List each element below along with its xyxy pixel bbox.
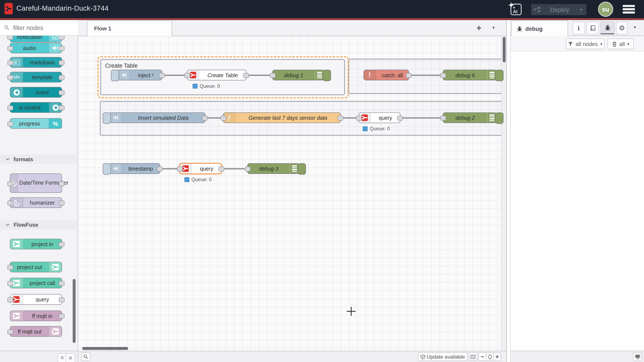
- palette-search[interactable]: [0, 20, 78, 35]
- palette-node-ui-control[interactable]: ui control: [10, 102, 62, 113]
- node-inject-1[interactable]: inject ¹: [118, 70, 162, 80]
- input-port[interactable]: [245, 167, 250, 172]
- flow-canvas[interactable]: Create Table inject ¹ Create Table: [78, 36, 506, 351]
- flow-list-caret-icon[interactable]: ▾: [492, 25, 495, 30]
- palette-node-project-call[interactable]: project call: [10, 278, 62, 288]
- add-flow-button[interactable]: +: [476, 23, 482, 33]
- input-port[interactable]: [8, 60, 13, 65]
- node-debug-6[interactable]: debug 6: [443, 70, 497, 80]
- inject-button[interactable]: [103, 112, 111, 124]
- palette-node-humanizer[interactable]: humanizer: [10, 197, 62, 208]
- input-port[interactable]: [221, 116, 226, 121]
- palette-scroll-area[interactable]: notification audio M↓ markdown </> templ…: [0, 36, 78, 351]
- palette-node-progress[interactable]: progress %: [10, 118, 62, 129]
- search-input[interactable]: [12, 24, 72, 32]
- sidebar-tab-info[interactable]: i: [572, 22, 585, 34]
- debug-toggle-button[interactable]: [298, 163, 306, 175]
- node-generate-sensor-data[interactable]: ƒ Generate last 7 days sensor data: [223, 112, 341, 123]
- output-port[interactable]: [59, 200, 64, 205]
- node-debug-2[interactable]: debug 2: [443, 112, 497, 123]
- zoom-reset-button[interactable]: [486, 353, 494, 361]
- sidebar-menu-caret-icon[interactable]: ▾: [634, 25, 636, 30]
- inject-button[interactable]: [111, 70, 119, 81]
- canvas-vscrollbar-thumb[interactable]: [503, 37, 506, 62]
- output-port[interactable]: [59, 36, 64, 40]
- output-port[interactable]: [202, 116, 208, 121]
- input-port[interactable]: [8, 46, 13, 51]
- wire[interactable]: [162, 75, 188, 76]
- output-port[interactable]: [59, 106, 64, 110]
- canvas-vscrollbar[interactable]: [501, 36, 506, 351]
- output-port[interactable]: [59, 60, 64, 65]
- palette-node-query[interactable]: query: [10, 294, 62, 305]
- output-port[interactable]: [59, 297, 64, 302]
- output-port[interactable]: [59, 46, 64, 51]
- node-timestamp[interactable]: timestamp: [109, 163, 160, 174]
- palette-scrollbar[interactable]: [72, 279, 76, 343]
- zoom-out-button[interactable]: −: [478, 353, 486, 361]
- wire[interactable]: [400, 117, 444, 119]
- debug-toggle-button[interactable]: [495, 70, 504, 81]
- input-port[interactable]: [440, 73, 446, 78]
- palette-node-notification[interactable]: notification: [10, 36, 62, 42]
- debug-toggle-button[interactable]: [495, 112, 504, 124]
- output-port[interactable]: [59, 281, 64, 286]
- palette-node-ff-mqtt-out[interactable]: ff mqtt out: [10, 326, 62, 337]
- expand-sidebar-button[interactable]: [633, 353, 642, 361]
- palette-node-project-out[interactable]: project out: [10, 262, 62, 272]
- sidebar-resize-gutter[interactable]: [506, 20, 510, 362]
- sidebar-tab-debug[interactable]: debug: [511, 20, 568, 36]
- user-avatar[interactable]: su: [598, 2, 613, 17]
- output-port[interactable]: [218, 167, 224, 172]
- input-port[interactable]: [8, 106, 13, 110]
- output-port[interactable]: [59, 75, 64, 80]
- inject-button[interactable]: [103, 163, 111, 175]
- wire[interactable]: [409, 75, 444, 76]
- node-query-2[interactable]: query: [359, 112, 400, 123]
- output-port[interactable]: [397, 116, 403, 121]
- canvas-search-button[interactable]: [81, 353, 90, 361]
- input-port[interactable]: [270, 73, 276, 78]
- sidebar-tab-help[interactable]: [586, 22, 599, 34]
- palette-node-project-in[interactable]: project in: [10, 239, 62, 249]
- node-insert-simulated-data[interactable]: Insert simulated Data: [109, 112, 205, 123]
- input-port[interactable]: [8, 181, 13, 186]
- node-debug-3[interactable]: debug 3: [247, 163, 300, 174]
- debug-filter-button[interactable]: all nodes ▾: [566, 38, 604, 49]
- debug-clear-button[interactable]: all ▾: [607, 38, 634, 49]
- output-port[interactable]: [59, 242, 64, 247]
- palette-section-flowfuse[interactable]: FlowFuse: [0, 220, 78, 229]
- input-port[interactable]: [184, 73, 190, 78]
- deploy-caret-icon[interactable]: ▾: [576, 7, 586, 12]
- input-port[interactable]: [440, 116, 446, 121]
- wire[interactable]: [246, 75, 273, 76]
- debug-toggle-button[interactable]: [323, 70, 331, 81]
- minimap-button[interactable]: [468, 353, 477, 361]
- input-port[interactable]: [8, 200, 13, 205]
- output-port[interactable]: [338, 116, 343, 121]
- input-port[interactable]: [8, 297, 13, 302]
- palette-node-datetime-formatter[interactable]: Date/Time Formatter: [10, 174, 62, 193]
- node-create-table[interactable]: Create Table: [187, 70, 246, 80]
- output-port[interactable]: [59, 181, 64, 186]
- input-port[interactable]: [8, 75, 13, 80]
- output-port[interactable]: [59, 90, 64, 95]
- canvas-hscrollbar-thumb[interactable]: [82, 347, 128, 350]
- node-query-selected[interactable]: query: [179, 163, 222, 175]
- palette-section-formats[interactable]: formats: [0, 155, 78, 164]
- palette-node-ff-mqtt-in[interactable]: ff mqtt in: [10, 311, 62, 321]
- deploy-button[interactable]: Deploy ▾: [531, 4, 586, 15]
- sidebar-tab-config[interactable]: ⚙: [616, 22, 628, 34]
- output-port[interactable]: [59, 314, 64, 319]
- main-menu-icon[interactable]: [623, 5, 635, 13]
- sidebar-tab-debug-icon[interactable]: [600, 22, 614, 34]
- palette-node-markdown[interactable]: M↓ markdown: [10, 57, 62, 68]
- zoom-in-button[interactable]: +: [493, 353, 501, 361]
- input-port[interactable]: [8, 265, 13, 270]
- input-port[interactable]: [8, 121, 13, 126]
- output-port[interactable]: [406, 73, 412, 78]
- node-debug-1[interactable]: debug 1: [272, 70, 324, 80]
- input-port[interactable]: [8, 330, 13, 334]
- tab-flow-1[interactable]: Flow 1: [87, 20, 172, 36]
- update-available-button[interactable]: Update available: [418, 353, 467, 361]
